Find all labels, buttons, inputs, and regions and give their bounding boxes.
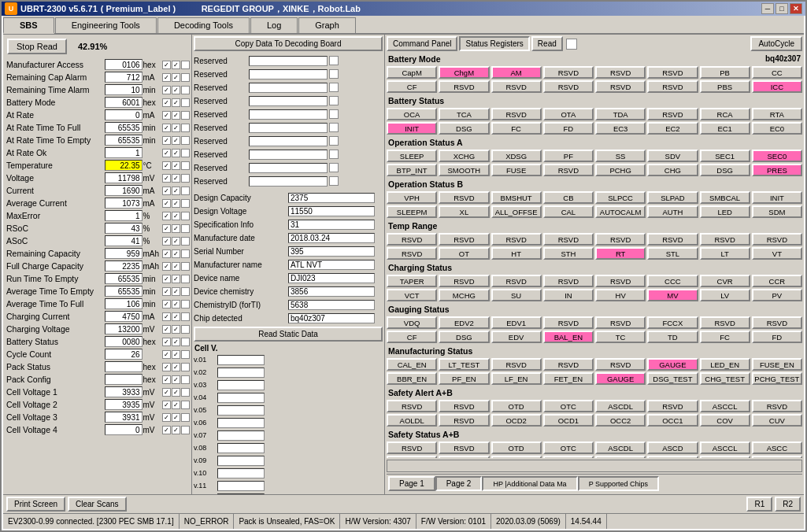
reserved-checkbox[interactable]	[329, 176, 339, 186]
check-box[interactable]	[181, 237, 190, 246]
check-box[interactable]: ✓	[172, 224, 180, 233]
check-box[interactable]: ✓	[162, 300, 171, 308]
check-box[interactable]: ✓	[172, 262, 180, 271]
command-panel-button[interactable]: Command Panel	[387, 36, 457, 51]
reg-cell[interactable]: RSVD	[387, 441, 437, 454]
check-box[interactable]: ✓	[172, 124, 180, 132]
reg-cell[interactable]: COV	[700, 456, 750, 458]
read-static-button[interactable]: Read Static Data	[194, 327, 383, 342]
reg-cell[interactable]: AOLDL	[387, 414, 437, 427]
check-box[interactable]	[181, 249, 190, 258]
reg-cell[interactable]: ALL_OFFSE	[491, 205, 542, 218]
reg-cell[interactable]: LT_TEST	[439, 358, 489, 371]
tab-decoding[interactable]: Decoding Tools	[157, 17, 250, 33]
reg-cell[interactable]: RSVD	[439, 441, 489, 454]
reg-cell[interactable]: SU	[491, 289, 542, 301]
reg-cell[interactable]: OTC	[543, 441, 594, 454]
check-box[interactable]: ✓	[172, 375, 180, 384]
reg-cell[interactable]: RSVD	[647, 66, 698, 79]
check-box[interactable]: ✓	[162, 174, 171, 183]
reg-cell[interactable]: DSG	[439, 331, 489, 343]
check-box[interactable]: ✓	[172, 426, 180, 434]
reg-cell[interactable]: CB	[543, 191, 594, 204]
reg-cell[interactable]: OT	[439, 247, 489, 260]
reg-cell[interactable]: STH	[543, 247, 594, 260]
reg-cell[interactable]: RSVD	[491, 108, 542, 120]
reserved-checkbox[interactable]	[329, 150, 339, 159]
reg-cell[interactable]: OCC1	[647, 414, 698, 427]
check-box[interactable]: ✓	[172, 212, 180, 220]
reg-cell[interactable]: RSVD	[439, 191, 489, 204]
check-box[interactable]: ✓	[172, 237, 180, 246]
check-box[interactable]: ✓	[162, 262, 171, 271]
reg-cell[interactable]: RSVD	[543, 80, 594, 93]
reg-cell[interactable]: RSVD	[700, 316, 750, 329]
check-box[interactable]: ✓	[162, 61, 171, 69]
reg-cell[interactable]: CUV	[752, 414, 802, 427]
reg-cell[interactable]: PBS	[700, 80, 750, 93]
reg-cell[interactable]: SMOOTH	[439, 164, 489, 176]
reg-cell[interactable]: SLEEP	[387, 150, 437, 162]
reg-cell[interactable]: INIT	[752, 191, 802, 204]
reg-cell[interactable]: AUTH	[647, 205, 698, 218]
reg-cell[interactable]: OTA	[543, 108, 594, 120]
reg-cell[interactable]: FC	[491, 122, 542, 135]
reg-cell[interactable]: EDV1	[491, 316, 542, 329]
reg-cell[interactable]: RSVD	[439, 414, 489, 427]
stop-read-button[interactable]: Stop Read	[7, 39, 67, 54]
check-box[interactable]: ✓	[172, 149, 180, 157]
reg-cell[interactable]: RSVD	[491, 275, 542, 287]
reg-cell[interactable]: SLPCC	[595, 191, 646, 204]
reg-cell[interactable]: RSVD	[387, 233, 437, 246]
reg-cell[interactable]: GAUGE	[647, 358, 698, 371]
check-box[interactable]: ✓	[162, 111, 171, 120]
horizontal-scrollbar[interactable]	[387, 460, 802, 472]
check-box[interactable]	[181, 212, 190, 220]
reg-cell[interactable]: CapM	[387, 66, 437, 79]
check-box[interactable]: ✓	[172, 275, 180, 283]
copy-data-button[interactable]: Copy Data To Decoding Board	[194, 36, 383, 51]
reg-cell[interactable]: SDM	[752, 205, 802, 218]
close-button[interactable]: ✕	[790, 3, 802, 14]
reg-cell[interactable]: RSVD	[491, 80, 542, 93]
reg-cell[interactable]: SEC0	[752, 150, 802, 162]
reg-cell[interactable]: FD	[543, 122, 594, 135]
reg-cell[interactable]: RCA	[700, 108, 750, 120]
check-box[interactable]: ✓	[172, 338, 180, 346]
reg-cell[interactable]: ASCCL	[700, 441, 750, 454]
check-box[interactable]: ✓	[162, 401, 171, 409]
reg-cell[interactable]: IN	[543, 289, 594, 301]
maximize-button[interactable]: □	[776, 3, 788, 14]
check-box[interactable]	[181, 312, 190, 321]
reserved-checkbox[interactable]	[329, 83, 339, 92]
reg-cell[interactable]: RSVD	[491, 233, 542, 246]
check-box[interactable]	[181, 161, 190, 170]
check-box[interactable]: ✓	[172, 249, 180, 258]
reg-cell[interactable]: ASCDL	[595, 441, 646, 454]
reg-cell[interactable]: SMBCAL	[700, 191, 750, 204]
reg-cell[interactable]: FD	[752, 331, 802, 343]
reserved-checkbox[interactable]	[329, 109, 339, 119]
reg-cell[interactable]: OCC2	[595, 456, 646, 458]
reg-cell[interactable]: AUTOCALM	[595, 205, 646, 218]
page-3-button[interactable]: HP |Additional Data Ma	[482, 476, 577, 491]
reg-cell[interactable]: SS	[595, 150, 646, 162]
reg-cell[interactable]: BAL_EN	[543, 331, 594, 343]
reg-cell[interactable]: AOLDL	[387, 456, 437, 458]
reg-cell[interactable]: EC1	[700, 122, 750, 135]
reg-cell[interactable]: CCR	[752, 275, 802, 287]
tab-engineering[interactable]: Engineering Tools	[55, 17, 157, 33]
reg-cell[interactable]: VCT	[387, 289, 437, 301]
minimize-button[interactable]: ─	[761, 3, 774, 14]
reg-cell[interactable]: PRES	[752, 164, 802, 176]
reg-cell[interactable]: RSVD	[543, 358, 594, 371]
reg-cell[interactable]: ChgM	[439, 66, 489, 79]
check-box[interactable]: ✓	[162, 338, 171, 346]
reg-cell[interactable]: RSVD	[543, 316, 594, 329]
reg-cell[interactable]: CF	[387, 80, 437, 93]
reg-cell[interactable]: CVR	[700, 275, 750, 287]
reg-cell[interactable]: RSVD	[595, 316, 646, 329]
check-box[interactable]: ✓	[172, 401, 180, 409]
read-checkbox[interactable]	[566, 39, 577, 50]
reg-cell[interactable]: FET_EN	[543, 372, 594, 385]
